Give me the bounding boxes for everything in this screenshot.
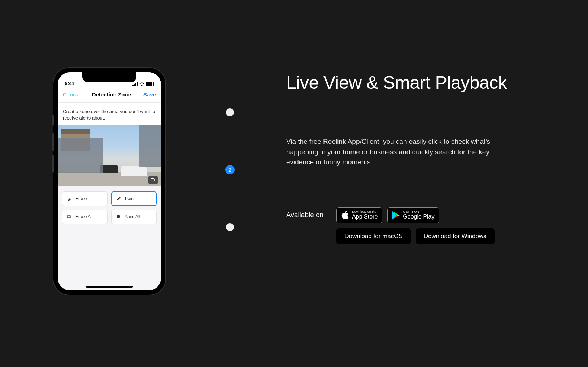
- download-section: Available on Download on the App Store G…: [286, 207, 546, 244]
- pencil-icon: [116, 196, 121, 201]
- phone-side-button: [52, 115, 54, 126]
- google-play-title: Google Play: [403, 213, 434, 220]
- phone-mockup: 9:41 Cancal Detection Zone Save Creat a …: [53, 68, 165, 295]
- phone-volume-down: [52, 155, 54, 173]
- fullscreen-toggle-button[interactable]: [148, 176, 158, 184]
- svg-rect-1: [67, 216, 70, 218]
- cancel-button[interactable]: Cancal: [63, 91, 80, 98]
- download-windows-button[interactable]: Download for Windows: [416, 228, 495, 244]
- phone-power-button: [165, 137, 166, 165]
- step-timeline: 2: [226, 108, 234, 231]
- signal-icon: [132, 82, 138, 86]
- battery-icon: [146, 82, 154, 86]
- paint-all-button[interactable]: Paint All: [111, 210, 157, 224]
- svg-rect-0: [151, 179, 154, 181]
- tool-grid: Erase Paint Erase All Paint All: [58, 186, 161, 229]
- timeline-step-1[interactable]: [226, 108, 234, 116]
- home-indicator: [86, 286, 133, 288]
- google-play-button[interactable]: GET IT ON Google Play: [387, 207, 439, 223]
- rotate-icon: [151, 178, 156, 182]
- detection-mask[interactable]: [139, 125, 161, 167]
- instruction-text: Creat a zone over the area you don't wan…: [58, 103, 161, 125]
- eraser-icon: [67, 196, 72, 201]
- wifi-icon: [139, 82, 144, 86]
- google-play-icon: [392, 211, 400, 220]
- save-button[interactable]: Save: [143, 91, 156, 98]
- detection-mask[interactable]: [58, 138, 103, 173]
- google-play-subtitle: GET IT ON: [403, 210, 434, 213]
- svg-rect-2: [117, 215, 120, 218]
- step-number: 2: [228, 167, 231, 173]
- timeline-step-2[interactable]: 2: [225, 165, 235, 174]
- available-label: Available on: [286, 207, 323, 219]
- phone-notch: [82, 72, 136, 82]
- apple-icon: [341, 211, 349, 220]
- erase-button[interactable]: Erase: [62, 191, 108, 206]
- tool-label: Paint All: [125, 214, 140, 219]
- feature-content: Live View & Smart Playback Via the free …: [286, 72, 546, 244]
- paint-all-icon: [116, 214, 121, 219]
- camera-preview[interactable]: [58, 125, 161, 186]
- tool-label: Erase All: [75, 214, 92, 219]
- feature-description: Via the free Reolink App/Client, you can…: [286, 137, 510, 168]
- app-header: Cancal Detection Zone Save: [58, 87, 161, 103]
- phone-screen: 9:41 Cancal Detection Zone Save Creat a …: [58, 72, 161, 290]
- download-macos-button[interactable]: Download for macOS: [336, 228, 411, 244]
- app-store-title: App Store: [352, 213, 378, 220]
- timeline-step-3[interactable]: [226, 223, 234, 231]
- screen-title: Detection Zone: [92, 91, 131, 98]
- erase-all-icon: [67, 214, 72, 219]
- tool-label: Erase: [75, 196, 87, 201]
- erase-all-button[interactable]: Erase All: [62, 210, 108, 224]
- app-store-button[interactable]: Download on the App Store: [336, 207, 382, 223]
- phone-volume-up: [52, 133, 54, 151]
- paint-button[interactable]: Paint: [111, 191, 157, 206]
- tool-label: Paint: [125, 196, 135, 201]
- status-time: 9:41: [65, 81, 74, 86]
- feature-heading: Live View & Smart Playback: [286, 72, 546, 93]
- app-store-subtitle: Download on the: [352, 210, 378, 213]
